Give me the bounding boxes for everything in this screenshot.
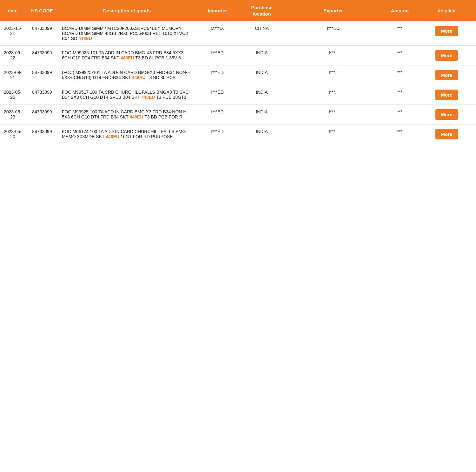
cell-importer: I***ED — [195, 125, 240, 144]
table-row: 2023-05-2084733099FOC M66174 100 TA ADD … — [0, 125, 476, 144]
cell-purchase-location: INDIA — [240, 46, 284, 65]
cell-importer: I***ED — [195, 46, 240, 65]
cell-description: (FOC) M99925-101 TA ADD-IN CARD BMG-X3 F… — [59, 65, 195, 85]
cell-purchase-location: INDIA — [240, 125, 284, 144]
more-button[interactable]: More — [435, 129, 458, 139]
cell-detailed: More — [417, 21, 476, 46]
cell-detailed: More — [417, 85, 476, 105]
cell-hs-code: 84733099 — [25, 85, 59, 105]
table-row: 2023-11-2184733099BOARD DIMM SIMM / MTC2… — [0, 21, 476, 46]
cell-purchase-location: CHINA — [240, 21, 284, 46]
highlight-text: 448EU — [130, 114, 143, 119]
cell-description: FOC-M99925-101 TA ADD IN CARD BMG X3 FRD… — [59, 46, 195, 65]
highlight-text: 448EU — [132, 75, 146, 80]
main-table-container: date HS CODE Description of goods Import… — [0, 0, 476, 144]
header-importer: Importer — [195, 0, 240, 21]
cell-amount: *** — [382, 125, 417, 144]
table-row: 2023-09-2184733099(FOC) M99925-101 TA AD… — [0, 65, 476, 85]
cell-date: 2023-11-21 — [0, 21, 25, 46]
cell-description: FOC M99517 100 TA CRB CHURCHILL FALLS BM… — [59, 85, 195, 105]
cell-exporter: I***., — [284, 105, 382, 125]
header-date: date — [0, 0, 25, 21]
table-header-row: date HS CODE Description of goods Import… — [0, 0, 476, 21]
cell-date: 2023-05-20 — [0, 125, 25, 144]
cell-importer: I***ED — [195, 65, 240, 85]
cell-exporter: I***., — [284, 65, 382, 85]
cell-importer: I***ED — [195, 105, 240, 125]
more-button[interactable]: More — [435, 26, 458, 36]
table-row: 2023-05-2384733099FOC M99925 100 TA ADD … — [0, 105, 476, 125]
cell-importer: M***D. — [195, 21, 240, 46]
more-button[interactable]: More — [435, 90, 458, 100]
cell-date: 2023-09-22 — [0, 46, 25, 65]
header-detailed: detailed — [417, 0, 476, 21]
cell-exporter: I***., — [284, 85, 382, 105]
table-row: 2023-05-2584733099FOC M99517 100 TA CRB … — [0, 85, 476, 105]
cell-hs-code: 84733099 — [25, 46, 59, 65]
cell-hs-code: 84733099 — [25, 65, 59, 85]
cell-date: 2023-05-23 — [0, 105, 25, 125]
header-amount: Amount — [382, 0, 417, 21]
cell-description: FOC M99925 100 TA ADD IN CARD BMG X3 FRD… — [59, 105, 195, 125]
cell-description: BOARD DIMM SIMM / MTC20F208XS1RC64BBY ME… — [59, 21, 195, 46]
cell-purchase-location: INDIA — [240, 105, 284, 125]
header-description: Description of goods — [59, 0, 195, 21]
more-button[interactable]: More — [435, 70, 458, 80]
cell-amount: *** — [382, 105, 417, 125]
header-hs-code: HS CODE — [25, 0, 59, 21]
cell-detailed: More — [417, 125, 476, 144]
cell-amount: *** — [382, 21, 417, 46]
cell-detailed: More — [417, 65, 476, 85]
cell-amount: *** — [382, 46, 417, 65]
cell-date: 2023-05-25 — [0, 85, 25, 105]
cell-exporter: I***ED — [284, 21, 382, 46]
cell-exporter: I***., — [284, 125, 382, 144]
cell-importer: I***ED — [195, 85, 240, 105]
more-button[interactable]: More — [435, 50, 458, 61]
highlight-text: 448EU — [106, 134, 119, 139]
header-exporter: Exporter — [284, 0, 382, 21]
cell-hs-code: 84733099 — [25, 105, 59, 125]
table-row: 2023-09-2284733099FOC-M99925-101 TA ADD … — [0, 46, 476, 65]
cell-purchase-location: INDIA — [240, 65, 284, 85]
highlight-text: 448EU — [78, 36, 92, 41]
more-button[interactable]: More — [435, 109, 458, 120]
cell-detailed: More — [417, 46, 476, 65]
cell-hs-code: 84733099 — [25, 21, 59, 46]
cell-exporter: I***., — [284, 46, 382, 65]
cell-date: 2023-09-21 — [0, 65, 25, 85]
cell-amount: *** — [382, 85, 417, 105]
cell-hs-code: 84733099 — [25, 125, 59, 144]
data-table: date HS CODE Description of goods Import… — [0, 0, 476, 144]
cell-description: FOC M66174 100 TA ADD IN CARD CHURCHILL … — [59, 125, 195, 144]
cell-amount: *** — [382, 65, 417, 85]
cell-purchase-location: INDIA — [240, 85, 284, 105]
highlight-text: 448EU — [141, 95, 155, 100]
highlight-text: 448EU — [121, 55, 134, 60]
cell-detailed: More — [417, 105, 476, 125]
header-purchase-location: Purchaselocation — [240, 0, 284, 21]
